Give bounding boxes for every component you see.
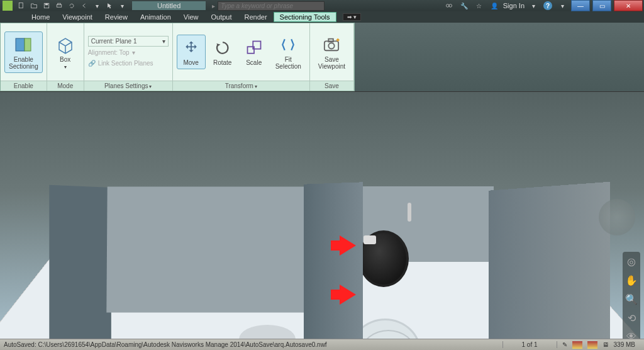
status-icons: ✎ 🖥 339 MB xyxy=(557,341,644,349)
tab-view[interactable]: View xyxy=(177,12,205,22)
sign-in-link[interactable]: Sign In xyxy=(503,2,525,9)
look-icon[interactable]: 👁 xyxy=(625,330,638,339)
svg-rect-3 xyxy=(57,5,62,8)
tab-home[interactable]: Home xyxy=(25,12,56,22)
link-section-planes-button[interactable]: 🔗 Link Section Planes xyxy=(88,59,169,68)
model-wall xyxy=(489,182,610,339)
qat-dropdown-icon[interactable]: ▾ xyxy=(117,1,127,10)
star-icon[interactable]: ☆ xyxy=(474,1,484,10)
fit-selection-label: Fit Selection xyxy=(275,56,301,70)
window-minimize-button[interactable]: — xyxy=(571,0,590,11)
ribbon-group-planes-settings: Current: Plane 1 ▾ Alignment: Top ▾ 🔗 Li… xyxy=(84,23,173,91)
zoom-icon[interactable]: 🔍 xyxy=(625,292,638,306)
status-disk-icon[interactable] xyxy=(572,341,582,349)
box-mode-label: Box xyxy=(60,56,70,63)
link-section-planes-label: Link Section Planes xyxy=(98,60,153,67)
open-icon[interactable] xyxy=(29,1,39,10)
3d-viewport[interactable]: ◎ ✋ 🔍 ⟲ 👁 ▦ xyxy=(0,92,644,339)
pan-icon[interactable]: ✋ xyxy=(625,273,638,287)
document-title: Untitled xyxy=(132,1,206,10)
svg-point-12 xyxy=(329,43,335,48)
ribbon-group-mode-title: Mode xyxy=(47,81,84,91)
help-dropdown-icon[interactable]: ▾ xyxy=(557,1,567,10)
tab-viewpoint[interactable]: Viewpoint xyxy=(56,12,99,22)
box-icon xyxy=(55,35,75,55)
tab-animation[interactable]: Animation xyxy=(134,12,177,22)
ribbon: Enable Sectioning Enable Box ▾ Mode xyxy=(0,23,644,92)
refresh-icon[interactable] xyxy=(67,1,77,10)
alignment-label: Alignment: Top xyxy=(88,49,130,56)
rotate-button[interactable]: Rotate xyxy=(208,35,237,69)
undo-icon[interactable] xyxy=(79,1,89,10)
ribbon-group-mode: Box ▾ Mode xyxy=(47,23,84,91)
chevron-down-icon: ▾ xyxy=(162,38,165,45)
tab-sectioning-tools[interactable]: Sectioning Tools xyxy=(274,12,336,22)
svg-point-6 xyxy=(449,4,452,8)
status-pencil-icon[interactable]: ✎ xyxy=(562,341,567,348)
key-icon[interactable]: 🔧 xyxy=(459,1,469,10)
chevron-down-icon: ▾ xyxy=(132,49,135,56)
fit-selection-button[interactable]: Fit Selection xyxy=(271,31,306,73)
current-plane-dropdown[interactable]: Current: Plane 1 ▾ xyxy=(88,36,169,47)
redo-icon[interactable]: ▾ xyxy=(92,1,102,10)
model-door-handle xyxy=(408,203,411,222)
ribbon-tabs: Home Viewpoint Review Animation View Out… xyxy=(0,11,644,23)
new-icon[interactable] xyxy=(16,1,26,10)
title-dropdown-icon[interactable]: ▸ xyxy=(212,3,215,9)
orbit-icon[interactable]: ⟲ xyxy=(625,311,638,325)
scale-icon xyxy=(244,38,264,58)
user-icon[interactable]: 👤 xyxy=(489,1,499,10)
steering-wheel-icon[interactable]: ◎ xyxy=(625,254,638,268)
save-icon[interactable] xyxy=(42,1,52,10)
ribbon-group-save-title: Save xyxy=(310,81,353,91)
save-viewpoint-label: Save Viewpoint xyxy=(318,56,345,70)
svg-rect-13 xyxy=(329,38,333,42)
help-icon[interactable]: ? xyxy=(543,1,552,10)
window-close-button[interactable]: ✕ xyxy=(614,0,643,11)
search-input[interactable] xyxy=(218,1,325,11)
binoculars-icon[interactable] xyxy=(444,1,454,10)
svg-rect-4 xyxy=(58,3,61,4)
link-icon: 🔗 xyxy=(88,60,96,67)
status-memory-icon[interactable]: 🖥 xyxy=(602,341,609,348)
window-maximize-button[interactable]: ▭ xyxy=(592,0,611,11)
enable-sectioning-label: Enable Sectioning xyxy=(9,56,38,70)
fit-selection-icon xyxy=(278,35,298,55)
rotate-label: Rotate xyxy=(213,59,231,66)
viewcube[interactable] xyxy=(599,199,635,235)
box-mode-button[interactable]: Box ▾ xyxy=(51,31,80,73)
select-icon[interactable] xyxy=(104,1,114,10)
tab-review[interactable]: Review xyxy=(99,12,134,22)
status-bar-icon[interactable] xyxy=(587,341,597,349)
scale-label: Scale xyxy=(246,59,262,66)
model-partition xyxy=(304,182,363,339)
move-icon xyxy=(181,38,201,58)
ribbon-group-planes-title[interactable]: Planes Settings xyxy=(84,81,172,91)
scale-button[interactable]: Scale xyxy=(240,35,269,69)
svg-rect-0 xyxy=(19,3,23,8)
save-viewpoint-button[interactable]: Save Viewpoint xyxy=(314,31,350,73)
tab-overflow-button[interactable]: ➡ ▾ xyxy=(343,13,362,21)
alignment-dropdown[interactable]: Alignment: Top ▾ xyxy=(88,48,169,57)
enable-sectioning-button[interactable]: Enable Sectioning xyxy=(4,31,43,73)
tab-output[interactable]: Output xyxy=(205,12,238,22)
title-bar: ▾ ▾ Untitled ▸ 🔧 ☆ 👤 Sign In ▾ ? ▾ — ▭ ✕ xyxy=(0,0,644,11)
app-icon[interactable] xyxy=(3,1,13,11)
tab-render[interactable]: Render xyxy=(238,12,274,22)
sign-in-dropdown-icon[interactable]: ▾ xyxy=(528,1,538,10)
svg-rect-2 xyxy=(45,3,48,5)
rotate-icon xyxy=(213,38,233,58)
status-page-indicator: 1 of 1 xyxy=(502,341,557,348)
ribbon-group-transform-title: Transform xyxy=(173,81,309,91)
ribbon-group-enable-title: Enable xyxy=(1,81,47,91)
status-autosave-path: AutoSaved: C:\Users\2691654\AppData\Roam… xyxy=(0,341,502,348)
status-bar: AutoSaved: C:\Users\2691654\AppData\Roam… xyxy=(0,339,644,350)
move-button[interactable]: Move xyxy=(177,35,206,69)
print-icon[interactable] xyxy=(54,1,64,10)
annotation-arrow-icon xyxy=(340,235,356,256)
status-memory-value: 339 MB xyxy=(614,341,639,348)
model-faucet xyxy=(364,235,376,244)
current-plane-label: Current: Plane 1 xyxy=(91,38,137,45)
ribbon-group-save: Save Viewpoint Save xyxy=(310,23,354,91)
camera-icon xyxy=(321,35,341,55)
